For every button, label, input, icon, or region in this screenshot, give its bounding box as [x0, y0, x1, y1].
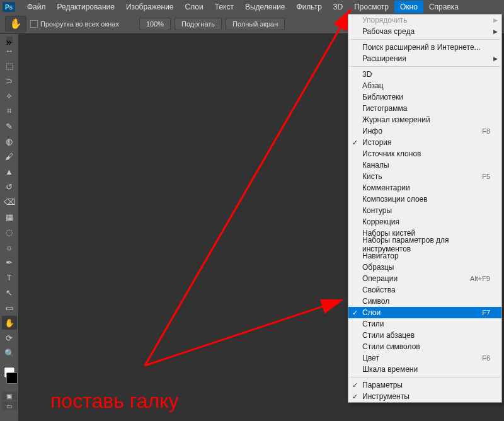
eyedropper-tool[interactable]: ✎ [2, 119, 17, 133]
history-brush-tool[interactable]: ↺ [2, 180, 17, 193]
menu-options-toggle[interactable]: ✓Параметры [348, 379, 501, 391]
menu-item-label: Символ [362, 297, 490, 306]
menu-panel-item[interactable]: ЦветF6 [348, 352, 501, 364]
menu-panel-item[interactable]: Гистограмма [348, 103, 501, 114]
quickmask-toggle[interactable]: ▣ [2, 391, 17, 400]
zoom-tool[interactable]: 🔍 [2, 346, 17, 360]
menu-panel-item[interactable]: Библиотеки [348, 91, 501, 103]
menu-panel-item[interactable]: Навигатор [348, 250, 501, 262]
menu-view[interactable]: Просмотр [348, 1, 394, 13]
submenu-arrow-icon: ▶ [493, 55, 498, 62]
scroll-all-label: Прокрутка во всех окнах [40, 20, 119, 28]
menu-window[interactable]: Окно [394, 1, 423, 13]
gradient-tool[interactable]: ▦ [2, 210, 17, 224]
menu-item-label: Стили абзацев [362, 331, 490, 340]
shape-tool[interactable]: ▭ [2, 301, 17, 314]
menu-item-label: Коррекция [362, 217, 490, 226]
menu-panel-item[interactable]: 3D [348, 69, 501, 80]
menu-file[interactable]: Файл [21, 1, 52, 13]
menu-panel-item[interactable]: ИнфоF8 [348, 125, 501, 137]
menu-item-label: Навигатор [362, 251, 490, 260]
type-tool[interactable]: T [2, 270, 17, 284]
menu-help[interactable]: Справка [423, 1, 464, 13]
dodge-tool[interactable]: ☼ [2, 240, 17, 254]
toolbox: » ↔ ⬚ ⊃ ✧ ⌗ ✎ ◍ 🖌 ▲ ↺ ⌫ ▦ ◌ ☼ ✒ T ↖ ▭ ✋ … [0, 34, 19, 421]
menu-panel-item[interactable]: Шкала времени [348, 364, 501, 375]
menu-text[interactable]: Текст [209, 1, 239, 13]
blur-tool[interactable]: ◌ [2, 225, 17, 239]
menu-panel-item[interactable]: Композиции слоев [348, 193, 501, 205]
menu-filter[interactable]: Фильтр [291, 1, 328, 13]
menu-item-label: Свойства [362, 285, 490, 294]
menu-image[interactable]: Изображение [120, 1, 180, 13]
menu-panel-item[interactable]: Символ [348, 296, 501, 307]
check-icon: ✓ [352, 393, 358, 401]
menu-panel-item[interactable]: Стили [348, 318, 501, 330]
menu-item-label: Источник клонов [362, 149, 490, 158]
menu-panel-item[interactable]: Журнал измерений [348, 114, 501, 125]
app-logo: Ps [3, 2, 15, 12]
menu-panel-item[interactable]: Источник клонов [348, 148, 501, 159]
hand-tool[interactable]: ✋ [2, 316, 17, 330]
menu-item-label: Контуры [362, 206, 490, 215]
healing-tool[interactable]: ◍ [2, 134, 17, 148]
menu-item-shortcut: F8 [482, 127, 490, 135]
menu-browse-extensions[interactable]: Поиск расширений в Интернете... [348, 42, 501, 53]
menu-separator [350, 66, 500, 67]
screenmode-toggle[interactable]: ▭ [2, 401, 17, 410]
magic-wand-tool[interactable]: ✧ [2, 89, 17, 103]
toolbox-collapse-icon[interactable]: » [6, 37, 13, 43]
menu-tools-toggle[interactable]: ✓Инструменты [348, 391, 501, 402]
stamp-tool[interactable]: ▲ [2, 164, 17, 178]
background-swatch[interactable] [6, 372, 18, 384]
window-menu-dropdown: Упорядочить▶ Рабочая среда▶ Поиск расшир… [348, 14, 502, 403]
move-tool[interactable]: ↔ [2, 43, 17, 57]
menu-select[interactable]: Выделение [239, 1, 291, 13]
menubar: Ps Файл Редактирование Изображение Слои … [0, 0, 504, 14]
fit-button[interactable]: Подогнать [175, 18, 222, 30]
menu-panel-item[interactable]: Абзац [348, 80, 501, 91]
fullscreen-button[interactable]: Полный экран [226, 18, 285, 30]
menu-panel-item[interactable]: Свойства [348, 284, 501, 296]
lasso-tool[interactable]: ⊃ [2, 74, 17, 88]
menu-panel-item[interactable]: Контуры [348, 205, 501, 216]
eraser-tool[interactable]: ⌫ [2, 195, 17, 209]
path-tool[interactable]: ↖ [2, 285, 17, 299]
menu-panel-item[interactable]: Комментарии [348, 182, 501, 193]
rotate-tool[interactable]: ⟳ [2, 331, 17, 345]
menu-panel-item[interactable]: Каналы [348, 159, 501, 171]
menu-panel-item[interactable]: КистьF5 [348, 171, 501, 182]
check-icon: ✓ [352, 381, 358, 389]
brush-tool[interactable]: 🖌 [2, 149, 17, 163]
menu-panel-item[interactable]: ✓СлоиF7 [348, 307, 501, 318]
menu-item-label: Шкала времени [362, 365, 490, 374]
scroll-all-checkbox[interactable]: Прокрутка во всех окнах [30, 20, 119, 28]
menu-item-label: Слои [362, 308, 482, 317]
menu-item-label: Комментарии [362, 183, 490, 192]
menu-layers[interactable]: Слои [180, 1, 209, 13]
check-icon: ✓ [352, 309, 358, 317]
menu-workspace[interactable]: Рабочая среда▶ [348, 26, 501, 37]
hand-tool-icon[interactable]: ✋ [5, 16, 26, 32]
menu-panel-item[interactable]: ОперацииAlt+F9 [348, 273, 501, 284]
marquee-tool[interactable]: ⬚ [2, 59, 17, 72]
menu-panel-item[interactable]: Стили абзацев [348, 330, 501, 341]
pen-tool[interactable]: ✒ [2, 255, 17, 269]
zoom-100-button[interactable]: 100% [139, 18, 171, 30]
menu-panel-item[interactable]: ✓История [348, 137, 501, 148]
submenu-arrow-icon: ▶ [493, 17, 498, 23]
menu-panel-item[interactable]: Образцы [348, 262, 501, 273]
crop-tool[interactable]: ⌗ [2, 104, 17, 118]
menu-item-label: Инфо [362, 127, 482, 136]
menu-panel-item[interactable]: Наборы параметров для инструментов [348, 239, 501, 250]
menu-item-label: Цвет [362, 354, 482, 362]
checkbox-icon [30, 20, 38, 28]
menu-3d[interactable]: 3D [328, 1, 348, 13]
menu-separator [350, 39, 500, 40]
menu-edit[interactable]: Редактирование [52, 1, 120, 13]
menu-extensions[interactable]: Расширения▶ [348, 53, 501, 64]
menu-panel-item[interactable]: Стили символов [348, 341, 501, 352]
menu-arrange[interactable]: Упорядочить▶ [348, 14, 501, 26]
menu-panel-item[interactable]: Коррекция [348, 216, 501, 228]
submenu-arrow-icon: ▶ [493, 28, 498, 35]
